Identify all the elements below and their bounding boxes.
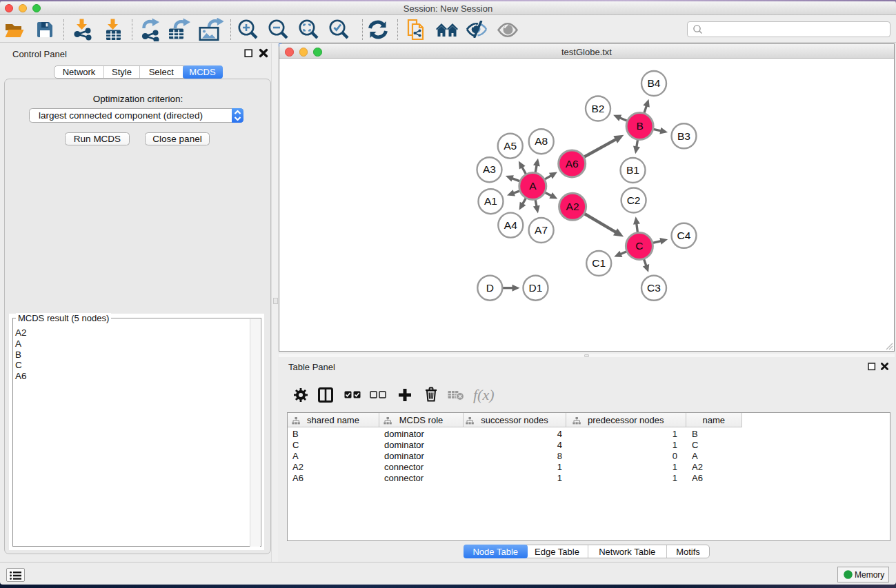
svg-text:B2: B2 [592, 103, 605, 114]
svg-text:C1: C1 [592, 257, 606, 269]
svg-text:C4: C4 [677, 230, 691, 241]
svg-text:A: A [529, 180, 537, 192]
svg-text:B3: B3 [677, 130, 690, 142]
svg-text:B4: B4 [648, 77, 661, 89]
svg-text:A8: A8 [535, 135, 548, 147]
svg-text:C2: C2 [627, 194, 641, 206]
svg-text:A6: A6 [566, 158, 579, 170]
svg-text:A3: A3 [483, 163, 496, 175]
svg-text:A2: A2 [566, 201, 579, 212]
svg-text:B1: B1 [626, 164, 639, 176]
svg-text:A7: A7 [535, 224, 548, 236]
svg-text:D1: D1 [529, 282, 543, 294]
svg-text:B: B [636, 120, 643, 132]
svg-text:C3: C3 [647, 282, 661, 294]
svg-text:A5: A5 [504, 140, 517, 152]
svg-text:C: C [635, 240, 643, 252]
svg-text:A4: A4 [504, 219, 517, 231]
svg-text:A1: A1 [484, 195, 497, 207]
svg-text:D: D [486, 282, 494, 294]
